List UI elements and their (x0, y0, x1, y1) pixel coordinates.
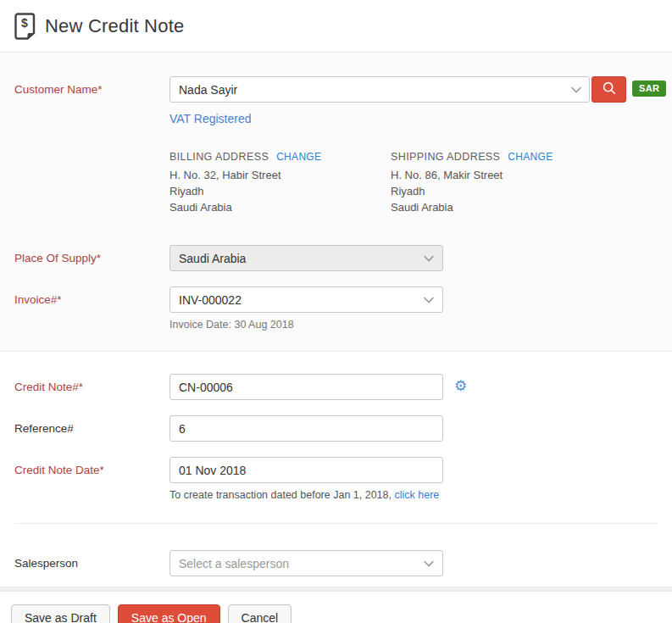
credit-note-date-label: Credit Note Date* (14, 457, 169, 501)
billing-address-line: Saudi Arabia (169, 199, 391, 215)
svg-text:$: $ (21, 15, 28, 29)
billing-address-line: Riyadh (169, 183, 391, 199)
section-divider (14, 523, 658, 524)
customer-search-button[interactable] (591, 76, 626, 103)
shipping-address-change-link[interactable]: CHANGE (508, 151, 553, 163)
shipping-address: SHIPPING ADDRESS CHANGE H. No. 86, Makir… (391, 151, 612, 215)
shipping-address-line: H. No. 86, Makir Street (391, 167, 612, 183)
place-of-supply-select[interactable]: Saudi Arabia (169, 245, 443, 271)
customer-name-label: Customer Name* (14, 76, 169, 215)
salesperson-label: Salesperson (14, 550, 169, 576)
invoice-date-note: Invoice Date: 30 Aug 2018 (169, 319, 658, 331)
currency-badge: SAR (632, 81, 666, 97)
page-header: $ New Credit Note (0, 0, 672, 53)
chevron-down-icon (424, 255, 434, 262)
save-as-open-button[interactable]: Save as Open (118, 604, 220, 623)
search-icon (602, 81, 617, 98)
salesperson-row: Salesperson Select a salesperson (0, 550, 672, 576)
click-here-link[interactable]: click here (394, 489, 439, 501)
gear-icon[interactable]: ⚙ (454, 379, 467, 393)
invoice-value: INV-000022 (179, 293, 242, 307)
customer-name-row: Customer Name* SAR (0, 76, 672, 215)
credit-note-date-row: Credit Note Date* To create transaction … (0, 457, 672, 501)
shipping-address-title: SHIPPING ADDRESS (391, 151, 500, 163)
vat-registered-link[interactable]: VAT Registered (169, 112, 252, 125)
footer-action-bar: Save as Draft Save as Open Cancel (0, 592, 672, 623)
salesperson-select[interactable]: Select a salesperson (169, 550, 443, 576)
chevron-down-icon (424, 297, 434, 303)
billing-address-change-link[interactable]: CHANGE (276, 151, 321, 163)
invoice-label: Invoice#* (14, 286, 169, 331)
credit-note-date-input[interactable] (169, 457, 443, 483)
shipping-address-line: Riyadh (391, 183, 612, 199)
chevron-down-icon (424, 560, 434, 567)
salesperson-placeholder: Select a salesperson (179, 557, 289, 570)
save-as-draft-button[interactable]: Save as Draft (11, 604, 110, 623)
backdate-helper-text: To create transaction dated before Jan 1… (169, 489, 394, 501)
credit-note-number-row: Credit Note#* ⚙ (0, 374, 672, 400)
cancel-button[interactable]: Cancel (228, 604, 292, 623)
addresses: BILLING ADDRESS CHANGE H. No. 32, Habir … (169, 151, 666, 215)
place-of-supply-row: Place Of Supply* Saudi Arabia (0, 245, 672, 271)
reference-input[interactable] (169, 415, 443, 442)
place-of-supply-value: Saudi Arabia (179, 252, 246, 265)
backdate-helper-note: To create transaction dated before Jan 1… (169, 489, 658, 501)
shipping-address-line: Saudi Arabia (391, 199, 612, 215)
customer-name-input[interactable] (169, 76, 590, 103)
invoice-select[interactable]: INV-000022 (169, 286, 443, 313)
customer-combobox[interactable] (169, 76, 590, 103)
page-title: New Credit Note (45, 15, 184, 37)
place-of-supply-label: Place Of Supply* (14, 245, 169, 271)
invoice-row: Invoice#* INV-000022 Invoice Date: 30 Au… (0, 286, 672, 331)
chevron-down-icon[interactable] (571, 86, 581, 93)
billing-address-title: BILLING ADDRESS (169, 151, 269, 163)
credit-note-section: Credit Note#* ⚙ Reference# Credit Note D… (0, 352, 672, 587)
reference-row: Reference# (0, 415, 672, 442)
credit-note-icon: $ (14, 13, 36, 40)
credit-note-number-label: Credit Note#* (14, 374, 169, 400)
billing-address-line: H. No. 32, Habir Street (169, 167, 391, 183)
credit-note-number-input[interactable] (169, 374, 443, 400)
customer-section: Customer Name* SAR (0, 53, 672, 352)
billing-address: BILLING ADDRESS CHANGE H. No. 32, Habir … (169, 151, 391, 215)
reference-label: Reference# (14, 415, 169, 442)
